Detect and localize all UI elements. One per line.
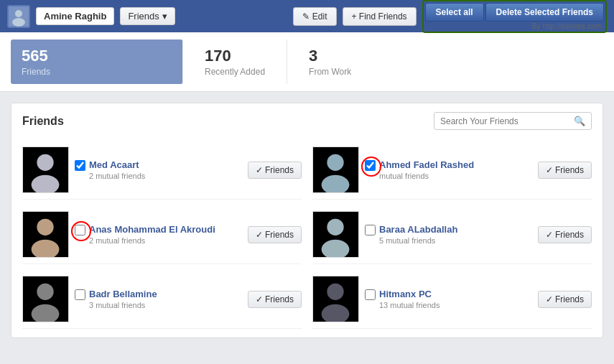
friends-section: Friends 🔍 Med Acaart2 mutual friends✓ Fr… — [11, 103, 603, 338]
friend-info: Hitmanx PC13 mutual friends — [379, 289, 532, 309]
checkmark-icon: ✓ — [256, 294, 263, 304]
delete-selected-label: Delete Selected Friends — [496, 7, 593, 17]
checkmark-icon: ✓ — [256, 230, 263, 240]
edit-label: Edit — [312, 11, 327, 22]
friend-select-checkbox[interactable] — [75, 289, 85, 300]
svg-point-16 — [37, 284, 53, 300]
list-item: Med Acaart2 mutual friends✓ Friends — [22, 141, 302, 200]
friend-info: Med Acaart2 mutual friends — [89, 159, 242, 180]
friend-checkbox-area: Ahmed Fadel Rashedmutual friends — [365, 159, 532, 180]
select-all-button[interactable]: Select all — [425, 3, 484, 22]
from-work-count: 3 — [309, 47, 351, 65]
user-avatar — [7, 5, 30, 28]
friend-status-button[interactable]: ✓ Friends — [538, 226, 592, 243]
main-content: Friends 🔍 Med Acaart2 mutual friends✓ Fr… — [0, 92, 614, 349]
friends-section-title: Friends — [22, 115, 64, 128]
list-item: Baraa ALabdallah5 mutual friends✓ Friend… — [312, 205, 592, 264]
checkmark-icon: ✓ — [546, 294, 553, 304]
search-input[interactable] — [440, 116, 574, 126]
friend-info: Baraa ALabdallah5 mutual friends — [379, 224, 532, 245]
user-name-label: Amine Raghib — [44, 11, 106, 22]
friend-select-checkbox[interactable] — [365, 289, 376, 300]
friend-mutual: 3 mutual friends — [89, 301, 242, 309]
svg-point-4 — [37, 154, 53, 171]
recently-added-label: Recently Added — [205, 67, 265, 77]
stat-from-work: 3 From Work — [287, 39, 373, 84]
friend-status-button[interactable]: ✓ Friends — [248, 226, 302, 243]
search-icon: 🔍 — [574, 116, 585, 126]
friend-info: Anas Mohammad El Akroudi2 mutual friends — [89, 224, 242, 245]
friends-label: Friends — [128, 11, 159, 22]
list-item: Ahmed Fadel Rashedmutual friends✓ Friend… — [312, 141, 592, 200]
friend-mutual: 2 mutual friends — [89, 236, 242, 245]
chevron-down-icon: ▾ — [162, 11, 167, 22]
friend-name: Med Acaart — [89, 159, 242, 170]
svg-point-19 — [327, 284, 343, 300]
find-friends-label: + Find Friends — [352, 11, 407, 22]
svg-point-7 — [327, 154, 343, 171]
friend-avatar — [312, 276, 359, 322]
svg-point-1 — [15, 10, 22, 17]
friends-label: Friends — [22, 67, 161, 77]
from-work-label: From Work — [309, 67, 351, 77]
by-text: By http://darktips.com — [425, 22, 604, 30]
friend-name: Baraa ALabdallah — [379, 224, 532, 235]
friend-mutual: 5 mutual friends — [379, 236, 532, 245]
friend-name: Ahmed Fadel Rashed — [379, 159, 532, 170]
friend-select-checkbox[interactable] — [365, 160, 376, 171]
friend-mutual: 2 mutual friends — [89, 172, 242, 180]
friend-status-button[interactable]: ✓ Friends — [538, 291, 592, 308]
svg-point-13 — [327, 219, 343, 235]
delete-selected-button[interactable]: Delete Selected Friends — [485, 3, 604, 22]
friend-info: Ahmed Fadel Rashedmutual friends — [379, 159, 532, 180]
friend-select-checkbox[interactable] — [75, 225, 85, 235]
select-all-label: Select all — [436, 7, 473, 17]
friend-mutual: mutual friends — [379, 172, 532, 180]
checkmark-icon: ✓ — [546, 165, 553, 175]
pencil-icon: ✎ — [302, 11, 310, 22]
list-item: Hitmanx PC13 mutual friends✓ Friends — [312, 270, 592, 329]
action-buttons-row: Select all Delete Selected Friends — [425, 3, 604, 22]
friend-name: Hitmanx PC — [379, 289, 532, 299]
friend-mutual: 13 mutual friends — [379, 301, 532, 309]
friend-select-checkbox[interactable] — [365, 225, 376, 235]
friend-status-button[interactable]: ✓ Friends — [248, 291, 302, 308]
action-box: Select all Delete Selected Friends By ht… — [422, 0, 607, 33]
friend-name: Anas Mohammad El Akroudi — [89, 224, 242, 235]
friend-name: Badr Bellamine — [89, 289, 242, 299]
top-bar: Amine Raghib Friends ▾ ✎ Edit + Find Fri… — [0, 0, 614, 32]
friend-avatar — [22, 211, 69, 258]
friends-count: 565 — [22, 47, 161, 65]
friend-avatar — [22, 276, 69, 322]
recently-added-count: 170 — [205, 47, 265, 65]
stat-recently-added: 170 Recently Added — [183, 39, 287, 84]
friend-status-button[interactable]: ✓ Friends — [248, 162, 302, 179]
user-name-button[interactable]: Amine Raghib — [36, 7, 114, 25]
search-box: 🔍 — [434, 112, 592, 130]
friends-grid: Med Acaart2 mutual friends✓ Friends Ahme… — [22, 141, 592, 329]
svg-point-2 — [12, 18, 25, 27]
friend-avatar — [22, 146, 69, 193]
edit-button[interactable]: ✎ Edit — [293, 7, 337, 26]
friend-checkbox-area: Anas Mohammad El Akroudi2 mutual friends — [75, 224, 242, 245]
friend-checkbox-area: Baraa ALabdallah5 mutual friends — [365, 224, 532, 245]
friend-checkbox-area: Med Acaart2 mutual friends — [75, 159, 242, 180]
friend-checkbox-area: Badr Bellamine3 mutual friends — [75, 289, 242, 309]
friend-checkbox-area: Hitmanx PC13 mutual friends — [365, 289, 532, 309]
friends-dropdown-button[interactable]: Friends ▾ — [120, 7, 175, 25]
find-friends-button[interactable]: + Find Friends — [343, 7, 417, 26]
friend-status-button[interactable]: ✓ Friends — [538, 162, 592, 179]
stats-bar: 565 Friends 170 Recently Added 3 From Wo… — [0, 32, 614, 92]
stat-friends: 565 Friends — [11, 39, 183, 84]
list-item: Anas Mohammad El Akroudi2 mutual friends… — [22, 205, 302, 264]
friends-header: Friends 🔍 — [22, 112, 592, 130]
friend-select-checkbox[interactable] — [75, 160, 85, 171]
list-item: Badr Bellamine3 mutual friends✓ Friends — [22, 270, 302, 329]
checkmark-icon: ✓ — [256, 165, 263, 175]
friend-info: Badr Bellamine3 mutual friends — [89, 289, 242, 309]
friend-avatar — [312, 146, 359, 193]
checkmark-icon: ✓ — [546, 230, 553, 240]
svg-point-10 — [37, 219, 53, 235]
friend-avatar — [312, 211, 359, 258]
